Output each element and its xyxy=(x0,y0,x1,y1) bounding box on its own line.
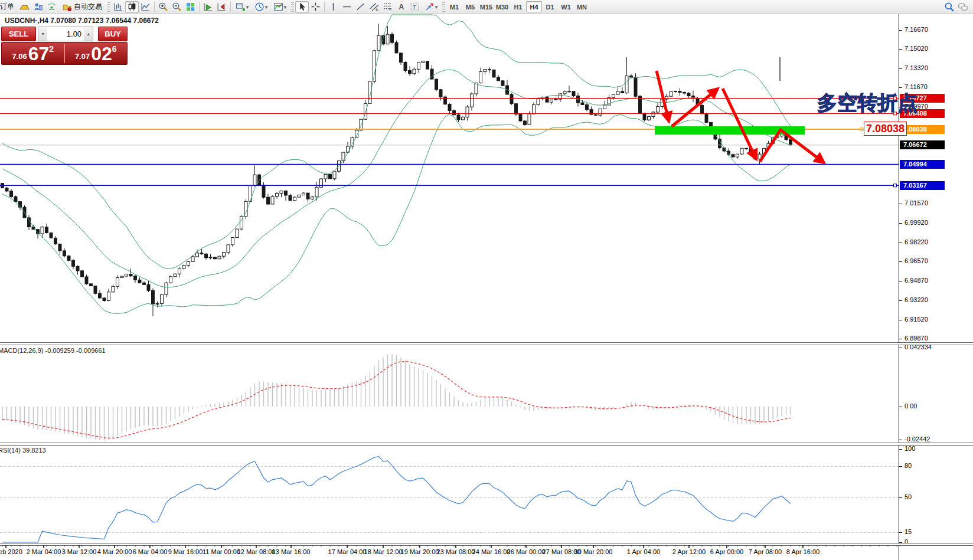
new-chart-button[interactable]: ▾ xyxy=(233,1,252,13)
candlestick-chart-type-icon[interactable] xyxy=(125,1,139,13)
time-axis-label: 6 Apr 00:00 xyxy=(710,548,743,555)
timeframe-M15-button[interactable]: M15 xyxy=(478,1,494,12)
time-axis-label: 7 Feb 2020 xyxy=(0,548,22,555)
macd-tick xyxy=(899,348,902,348)
crosshair-icon[interactable] xyxy=(309,1,322,13)
main-chart xyxy=(0,14,899,342)
trend-arrow[interactable] xyxy=(672,89,718,126)
timeframe-M30-button[interactable]: M30 xyxy=(494,1,510,12)
price-tick-label: 7.13320 xyxy=(905,64,928,71)
time-axis-label: 9 Mar 16:00 xyxy=(168,548,203,555)
new-order-button[interactable]: 订单 xyxy=(0,1,18,13)
time-axis-label: 12 Mar 08:00 xyxy=(237,548,276,555)
equidistant-channel-tool-icon[interactable]: E xyxy=(367,1,381,13)
toolbar: 订单 自动交易 ▾ ▾ ▾ E F A T ▾ M1 xyxy=(0,0,973,14)
price-tick xyxy=(899,223,902,224)
rsi-tick xyxy=(899,497,902,498)
quote-row: 7.06672 7.07026 xyxy=(1,42,128,65)
timeframe-MN-button[interactable]: MN xyxy=(574,1,590,12)
text-label-tool-icon[interactable]: T xyxy=(408,1,422,13)
time-axis-label: 30 Mar 20:00 xyxy=(574,548,613,555)
autotrading-icon xyxy=(62,2,72,12)
timeframe-H1-button[interactable]: H1 xyxy=(510,1,526,12)
price-tick-label: 6.98220 xyxy=(905,238,928,245)
volume-up-button[interactable]: ▲ xyxy=(84,27,93,41)
panel-divider[interactable] xyxy=(0,443,973,446)
bar-chart-type-icon[interactable] xyxy=(112,1,125,13)
volume-down-button[interactable]: ▼ xyxy=(38,27,47,41)
sell-quote[interactable]: 7.06672 xyxy=(2,42,64,64)
turning-point-annotation[interactable]: 多空转折点 xyxy=(817,90,918,117)
search-icon[interactable] xyxy=(942,1,956,13)
chart-shift-icon[interactable] xyxy=(215,1,228,13)
trendline-tool-icon[interactable] xyxy=(354,1,367,13)
line-handle[interactable] xyxy=(894,184,897,187)
time-axis-label: 2 Apr 12:00 xyxy=(672,548,706,555)
price-tick-label: 7.01570 xyxy=(905,199,928,207)
price-tick-label: 6.94870 xyxy=(905,277,928,284)
deposit-gold-icon[interactable] xyxy=(18,1,31,13)
zoom-out-icon[interactable] xyxy=(170,1,184,13)
timeframe-clock-button[interactable]: ▾ xyxy=(252,1,270,13)
autotrading-button[interactable]: 自动交易 xyxy=(58,1,106,13)
toolbar-separator xyxy=(154,2,155,12)
timeframe-M1-button[interactable]: M1 xyxy=(446,1,462,12)
autotrading-label: 自动交易 xyxy=(74,2,102,12)
buy-button[interactable]: BUY xyxy=(98,27,128,41)
rsi-tick xyxy=(899,466,902,467)
time-axis-label: 19 Mar 20:00 xyxy=(401,548,439,555)
toolbar-separator xyxy=(199,2,200,12)
toolbar-separator xyxy=(230,2,231,12)
price-tick xyxy=(899,87,902,88)
svg-text:F: F xyxy=(389,8,391,12)
timeframe-W1-button[interactable]: W1 xyxy=(558,1,574,12)
signals-icon[interactable] xyxy=(45,1,58,13)
fibonacci-tool-icon[interactable]: F xyxy=(381,1,394,13)
templates-button[interactable]: ▾ xyxy=(270,1,289,13)
buy-quote[interactable]: 7.07026 xyxy=(65,42,128,64)
time-axis-label: 24 Mar 16:00 xyxy=(472,548,511,555)
toolbar-grip xyxy=(442,2,445,12)
auto-scroll-icon[interactable] xyxy=(201,1,215,13)
price-badge: 7.04994 xyxy=(900,160,945,169)
timeframe-H4-button[interactable]: H4 xyxy=(526,1,542,12)
arrows-tool-button[interactable]: ▾ xyxy=(422,1,440,13)
rsi-tick-label: 100 xyxy=(905,445,915,452)
zoom-in-icon[interactable] xyxy=(156,1,170,13)
line-chart-type-icon[interactable] xyxy=(139,1,152,13)
rsi-tick xyxy=(899,532,902,533)
trend-arrow[interactable] xyxy=(760,130,824,163)
cursor-icon[interactable] xyxy=(295,1,309,13)
price-badge: 7.06672 xyxy=(900,140,945,149)
price-tick-label: 6.99920 xyxy=(905,219,928,226)
symbol-name: USDCNH-,H4 xyxy=(5,17,48,25)
price-tick xyxy=(899,204,902,204)
svg-text:E: E xyxy=(376,7,378,11)
price-tick xyxy=(899,281,902,281)
price-tick-label: 6.96570 xyxy=(905,257,928,264)
text-tool-icon[interactable]: A xyxy=(394,1,408,13)
price-tick xyxy=(899,300,902,301)
sell-button[interactable]: SELL xyxy=(1,27,36,41)
publisher-icon[interactable] xyxy=(31,1,45,13)
buy-price-small: 7.07 xyxy=(75,52,90,61)
chat-icon[interactable] xyxy=(956,1,969,13)
vertical-line-tool-icon[interactable] xyxy=(326,1,340,13)
price-tick-label: 6.91520 xyxy=(905,316,928,323)
volume-input[interactable]: 1.00 xyxy=(47,27,84,41)
price-tag-label[interactable]: 7.08038 xyxy=(864,122,907,136)
horizontal-line-tool-icon[interactable] xyxy=(340,1,354,13)
timeframe-M5-button[interactable]: M5 xyxy=(462,1,478,12)
time-axis-label: 4 Mar 20:00 xyxy=(97,548,132,555)
macd-tick xyxy=(899,407,902,407)
trend-arrow[interactable] xyxy=(723,89,756,159)
rsi-tick-label: 50 xyxy=(905,493,912,500)
bollinger-lower-band xyxy=(2,114,791,313)
time-axis-label: 23 Mar 08:00 xyxy=(437,548,475,555)
timeframe-D1-button[interactable]: D1 xyxy=(542,1,558,12)
tile-windows-icon[interactable] xyxy=(184,1,197,13)
symbol-ohlc-values: 7.07080 7.07123 7.06544 7.06672 xyxy=(50,17,159,25)
candlesticks xyxy=(1,24,792,316)
panel-divider[interactable] xyxy=(0,342,973,345)
price-tick xyxy=(899,320,902,320)
